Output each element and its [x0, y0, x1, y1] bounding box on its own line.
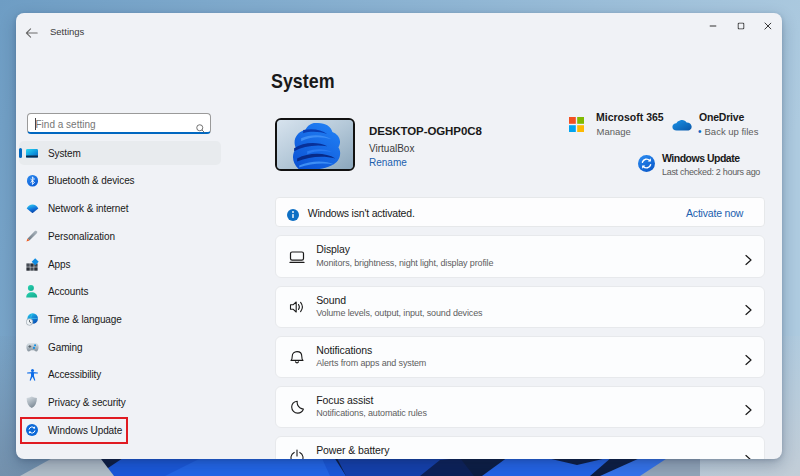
sidebar-item-label: Gaming: [48, 342, 82, 353]
search-input[interactable]: Find a setting: [27, 113, 212, 134]
card-title: Notifications: [316, 344, 372, 356]
settings-cards: DisplayMonitors, brightness, night light…: [275, 235, 765, 459]
power-icon: [289, 449, 305, 459]
microsoft-365-logo: [569, 117, 584, 132]
sidebar-item-accessibility[interactable]: Accessibility: [19, 363, 221, 387]
apps-icon: [26, 258, 39, 271]
banner-message: Windows isn't activated.: [308, 207, 415, 219]
card-subtitle: Monitors, brightness, night light, displ…: [316, 258, 493, 268]
info-icon: [287, 207, 299, 219]
card-subtitle: Volume levels, output, input, sound devi…: [316, 308, 482, 318]
sidebar-item-accounts[interactable]: Accounts: [19, 280, 221, 304]
card-title: Sound: [316, 294, 346, 306]
search-placeholder: Find a setting: [36, 119, 96, 130]
sidebar-item-network-internet[interactable]: Network & internet: [19, 197, 221, 221]
sidebar-item-label: Network & internet: [48, 203, 128, 214]
settings-card-notifications[interactable]: NotificationsAlerts from apps and system: [275, 336, 765, 378]
sidebar-item-label: Accounts: [48, 286, 88, 297]
display-icon: [289, 249, 305, 265]
notifications-icon: [289, 349, 305, 365]
activate-now-link[interactable]: Activate now: [686, 207, 743, 219]
personalization-icon: [26, 230, 39, 243]
chevron-right-icon: [745, 251, 752, 262]
rename-link[interactable]: Rename: [369, 157, 407, 168]
window-controls: [16, 13, 782, 43]
sidebar-item-label: Bluetooth & devices: [48, 175, 135, 186]
settings-window: Settings Find a setting SystemBluetooth …: [16, 13, 782, 459]
card-title: Power & battery: [316, 444, 389, 456]
onedrive-title: OneDrive: [699, 111, 744, 123]
maximize-button[interactable]: [728, 13, 754, 39]
card-subtitle: Notifications, automatic rules: [316, 408, 427, 418]
sidebar-item-personalization[interactable]: Personalization: [19, 224, 221, 248]
focus-assist-icon: [289, 399, 305, 415]
settings-card-display[interactable]: DisplayMonitors, brightness, night light…: [275, 235, 765, 277]
windows-update-tile-title: Windows Update: [662, 152, 740, 164]
card-subtitle: Alerts from apps and system: [316, 358, 426, 368]
system-icon: [26, 147, 39, 160]
sidebar-item-time-language[interactable]: Time & language: [19, 307, 221, 331]
sidebar-item-label: Privacy & security: [48, 397, 126, 408]
sidebar-item-label: Apps: [48, 259, 70, 270]
sidebar-item-gaming[interactable]: Gaming: [19, 335, 221, 359]
sidebar-item-privacy-security[interactable]: Privacy & security: [19, 390, 221, 414]
sidebar-item-label: Personalization: [48, 231, 115, 242]
sidebar-item-apps[interactable]: Apps: [19, 252, 221, 276]
chevron-right-icon: [745, 452, 752, 459]
onedrive-icon: [672, 118, 692, 131]
annotation-rectangle: [20, 417, 128, 444]
activation-banner: Windows isn't activated. Activate now: [275, 197, 766, 227]
windows-update-last-checked: Last checked: 2 hours ago: [662, 167, 760, 177]
sidebar-item-bluetooth-devices[interactable]: Bluetooth & devices: [19, 169, 221, 193]
chevron-right-icon: [745, 301, 752, 312]
privacy-security-icon: [26, 396, 39, 409]
accessibility-icon: [26, 368, 39, 381]
time-language-icon: [26, 313, 39, 326]
close-button[interactable]: [755, 13, 781, 39]
microsoft-365-title: Microsoft 365: [596, 111, 664, 123]
accounts-icon: [26, 285, 39, 298]
card-title: Focus assist: [316, 394, 373, 406]
sound-icon: [289, 299, 305, 315]
sidebar-item-label: System: [48, 148, 81, 159]
settings-card-power-battery[interactable]: Power & battery: [275, 436, 765, 459]
windows-update-tile-icon: [638, 155, 655, 172]
titlebar: Settings: [16, 13, 782, 49]
settings-card-focus-assist[interactable]: Focus assistNotifications, automatic rul…: [275, 386, 765, 428]
card-title: Display: [316, 243, 350, 255]
network-icon: [26, 202, 39, 215]
bullet-dot: •: [698, 126, 702, 137]
selected-indicator: [19, 148, 22, 158]
sidebar-nav: SystemBluetooth & devicesNetwork & inter…: [19, 141, 221, 446]
onedrive-backup-link[interactable]: •Back up files: [698, 126, 758, 137]
device-name: DESKTOP-OGHP0C8: [369, 125, 482, 137]
sidebar-item-label: Accessibility: [48, 369, 101, 380]
bluetooth-icon: [26, 174, 39, 187]
device-thumbnail: [275, 118, 356, 172]
gaming-icon: [26, 341, 39, 354]
device-model: VirtualBox: [369, 143, 414, 154]
chevron-right-icon: [745, 351, 752, 362]
sidebar-item-system[interactable]: System: [19, 141, 221, 165]
sidebar-item-label: Time & language: [48, 314, 122, 325]
search-icon[interactable]: [196, 119, 205, 137]
chevron-right-icon: [745, 402, 752, 413]
settings-card-sound[interactable]: SoundVolume levels, output, input, sound…: [275, 286, 765, 328]
minimize-button[interactable]: [700, 13, 726, 39]
microsoft-365-manage-link[interactable]: Manage: [597, 126, 631, 137]
page-title: System: [271, 69, 335, 93]
